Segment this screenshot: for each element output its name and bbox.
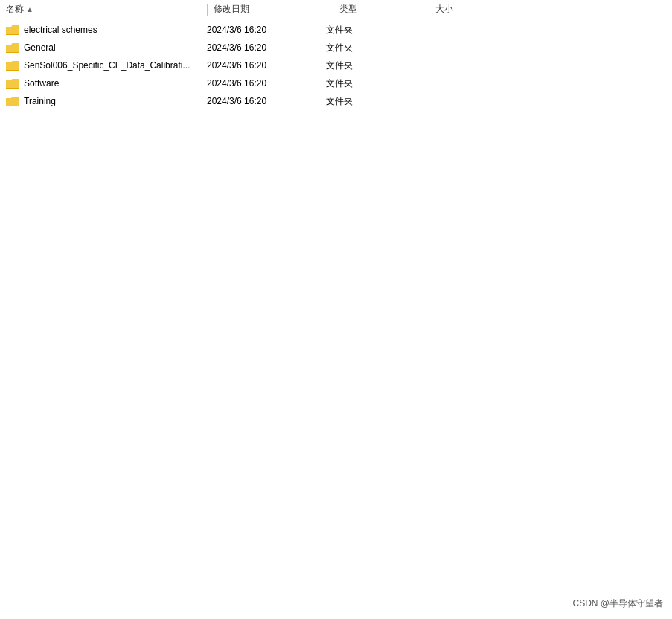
- col-divider-1: [207, 4, 208, 16]
- file-list: electrical schemes2024/3/6 16:20文件夹 Gene…: [0, 19, 672, 110]
- file-name-cell: Software: [6, 77, 207, 89]
- file-name-text: Software: [24, 78, 59, 89]
- svg-rect-11: [6, 70, 19, 71]
- folder-icon: [6, 24, 19, 36]
- col-header-size[interactable]: 大小: [435, 3, 510, 16]
- file-name-cell: electrical schemes: [6, 24, 207, 36]
- col-name-label: 名称: [6, 3, 24, 16]
- sort-arrow-icon: ▲: [26, 5, 33, 13]
- svg-rect-19: [6, 106, 19, 106]
- file-name-cell: Training: [6, 95, 207, 107]
- file-date-cell: 2024/3/6 16:20: [207, 42, 326, 53]
- watermark: CSDN @半导体守望者: [572, 597, 663, 610]
- column-headers: 名称 ▲ 修改日期 类型 大小: [0, 0, 672, 19]
- folder-icon: [6, 42, 19, 54]
- svg-rect-6: [6, 45, 19, 53]
- svg-rect-10: [6, 63, 19, 71]
- file-type-cell: 文件夹: [326, 24, 415, 36]
- svg-rect-15: [6, 88, 19, 89]
- col-header-type[interactable]: 类型: [339, 3, 429, 16]
- table-row[interactable]: electrical schemes2024/3/6 16:20文件夹: [0, 21, 672, 39]
- file-name-cell: General: [6, 42, 207, 54]
- col-divider-2: [333, 4, 333, 16]
- file-type-cell: 文件夹: [326, 95, 415, 108]
- file-date-cell: 2024/3/6 16:20: [207, 96, 326, 106]
- file-name-cell: SenSol006_Specific_CE_Data_Calibrati...: [6, 60, 207, 71]
- file-date-cell: 2024/3/6 16:20: [207, 25, 326, 35]
- col-header-date[interactable]: 修改日期: [214, 3, 333, 16]
- file-explorer: 名称 ▲ 修改日期 类型 大小 electrical schemes2024/3…: [0, 0, 672, 619]
- file-type-cell: 文件夹: [326, 42, 415, 54]
- file-date-cell: 2024/3/6 16:20: [207, 78, 326, 89]
- file-name-text: Training: [24, 96, 56, 106]
- file-name-text: SenSol006_Specific_CE_Data_Calibrati...: [24, 60, 190, 71]
- folder-icon: [6, 77, 19, 89]
- file-name-text: electrical schemes: [24, 25, 97, 35]
- svg-rect-7: [6, 52, 19, 53]
- table-row[interactable]: SenSol006_Specific_CE_Data_Calibrati...2…: [0, 57, 672, 74]
- col-divider-3: [429, 4, 429, 16]
- svg-rect-2: [6, 28, 19, 35]
- table-row[interactable]: Training2024/3/6 16:20文件夹: [0, 92, 672, 110]
- file-date-cell: 2024/3/6 16:20: [207, 60, 326, 71]
- svg-rect-3: [6, 34, 19, 35]
- file-name-text: General: [24, 42, 56, 53]
- folder-icon: [6, 95, 19, 107]
- file-type-cell: 文件夹: [326, 60, 415, 72]
- col-header-name[interactable]: 名称 ▲: [6, 3, 207, 16]
- svg-rect-18: [6, 99, 19, 106]
- svg-rect-14: [6, 81, 19, 89]
- table-row[interactable]: General2024/3/6 16:20文件夹: [0, 39, 672, 57]
- folder-icon: [6, 60, 19, 71]
- table-row[interactable]: Software2024/3/6 16:20文件夹: [0, 74, 672, 92]
- file-type-cell: 文件夹: [326, 77, 415, 90]
